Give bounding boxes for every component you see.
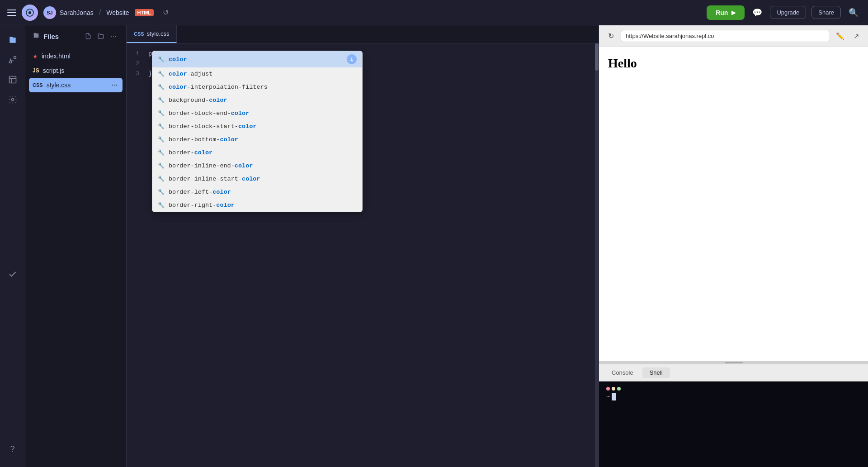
tab-style-css[interactable]: CSS style.css [127, 25, 177, 43]
user-info[interactable]: SJ SarahJonas [43, 6, 94, 19]
autocomplete-item-background-color[interactable]: 🔧 background-color [152, 94, 362, 107]
avatar: SJ [43, 6, 56, 19]
file-panel-header: Files ⋯ [25, 25, 126, 47]
file-name: script.js [43, 67, 106, 74]
autocomplete-item-color[interactable]: 🔧 color i [152, 51, 362, 67]
autocomplete-item-border-color[interactable]: 🔧 border-color [152, 146, 362, 159]
sidebar-item-help[interactable]: ? [4, 440, 22, 458]
file-panel-actions: ⋯ [83, 31, 119, 42]
autocomplete-item-border-block-start-color[interactable]: 🔧 border-block-start-color [152, 120, 362, 133]
autocomplete-text: border-block-end-color [169, 110, 249, 117]
edit-preview-button[interactable]: ✏️ [834, 30, 846, 43]
console-tab-label: Console [612, 369, 633, 376]
tab-console[interactable]: Console [604, 367, 641, 378]
svg-point-5 [11, 99, 14, 101]
autocomplete-text: border-color [169, 149, 212, 156]
autocomplete-item-color-interpolation[interactable]: 🔧 color-interpolation-filters [152, 81, 362, 94]
tab-label: style.css [147, 30, 170, 37]
autocomplete-item-border-left-color[interactable]: 🔧 border-left-color [152, 186, 362, 199]
html-badge: HTML [135, 9, 154, 16]
editor-area: CSS style.css 1 2 3 p{ color } [127, 25, 599, 467]
preview-topbar: ↻ ✏️ ↗ [599, 25, 868, 47]
main-layout: ? Files ⋯ ★ index.html ⋯ [0, 25, 868, 467]
autocomplete-text: border-inline-start-color [169, 176, 260, 182]
sidebar-item-check[interactable] [4, 265, 22, 283]
property-icon: 🔧 [158, 97, 165, 104]
autocomplete-text: color [169, 56, 187, 63]
property-icon: 🔧 [158, 149, 165, 156]
new-folder-button[interactable] [95, 31, 106, 42]
topbar: SJ SarahJonas / Website HTML ↺ Run ▶ 💬 U… [0, 0, 868, 25]
breadcrumb-slash: / [99, 9, 101, 17]
preview-content: Hello [599, 47, 868, 361]
svg-point-0 [28, 11, 31, 14]
sidebar-item-settings[interactable] [4, 91, 22, 109]
info-icon[interactable]: i [347, 54, 357, 64]
sidebar-item-files[interactable] [4, 31, 22, 49]
open-in-new-tab-button[interactable]: ↗ [850, 30, 863, 43]
css-tab-icon: CSS [134, 31, 144, 37]
property-icon: 🔧 [158, 136, 165, 143]
property-icon: 🔧 [158, 202, 165, 209]
js-icon: JS [33, 67, 39, 74]
file-item-script-js[interactable]: JS script.js ⋯ [29, 63, 123, 78]
file-more-options[interactable]: ⋯ [108, 31, 119, 42]
svg-point-2 [14, 57, 16, 59]
tab-shell[interactable]: Shell [642, 367, 670, 378]
line-number: 1 [132, 49, 139, 59]
file-context-menu[interactable]: ⋯ [110, 81, 119, 90]
autocomplete-text: border-bottom-color [169, 136, 238, 143]
username: SarahJonas [60, 9, 94, 16]
autocomplete-text: border-block-start-color [169, 123, 256, 130]
search-icon[interactable]: 🔍 [846, 5, 861, 20]
project-name: Website [106, 9, 129, 16]
console-panel: Console Shell ~ [599, 364, 868, 467]
new-file-button[interactable] [83, 31, 94, 42]
upgrade-button[interactable]: Upgrade [770, 6, 806, 19]
property-icon: 🔧 [158, 110, 165, 117]
line-number: 3 [132, 69, 139, 79]
sidebar-item-packages[interactable] [4, 71, 22, 89]
autocomplete-item-border-right-color[interactable]: 🔧 border-right-color [152, 199, 362, 212]
prompt-char: ~ [606, 393, 610, 400]
editor-tabs: CSS style.css [127, 25, 599, 43]
editor-scrollbar[interactable] [595, 43, 599, 467]
url-bar[interactable] [621, 30, 830, 42]
file-item-index-html[interactable]: ★ index.html ⋯ [29, 49, 123, 63]
css-icon: CSS [33, 82, 43, 88]
run-label: Run [716, 9, 728, 16]
refresh-button[interactable]: ↻ [604, 30, 617, 43]
file-name: style.css [47, 81, 106, 89]
scrollbar-thumb[interactable] [595, 43, 599, 71]
file-name: index.html [42, 52, 106, 60]
console-tabs: Console Shell [599, 364, 868, 381]
autocomplete-item-border-bottom-color[interactable]: 🔧 border-bottom-color [152, 133, 362, 146]
shell-cursor [612, 393, 616, 400]
autocomplete-text: background-color [169, 97, 227, 104]
run-button[interactable]: Run ▶ [707, 5, 745, 20]
autocomplete-item-color-adjust[interactable]: 🔧 color-adjust [152, 67, 362, 81]
autocomplete-item-border-block-end-color[interactable]: 🔧 border-block-end-color [152, 107, 362, 120]
topbar-actions: 💬 Upgrade Share 🔍 [750, 5, 861, 20]
svg-point-1 [9, 61, 11, 63]
property-icon: 🔧 [158, 56, 165, 63]
file-item-style-css[interactable]: CSS style.css ⋯ [29, 78, 123, 92]
play-icon: ▶ [731, 10, 736, 16]
shell-tab-label: Shell [650, 369, 663, 376]
console-content[interactable]: ~ [599, 381, 868, 467]
autocomplete-item-border-inline-end-color[interactable]: 🔧 border-inline-end-color [152, 159, 362, 172]
property-icon: 🔧 [158, 71, 165, 77]
autocomplete-item-border-inline-start-color[interactable]: 🔧 border-inline-start-color [152, 172, 362, 186]
file-list: ★ index.html ⋯ JS script.js ⋯ CSS style.… [25, 47, 126, 94]
undo-button[interactable]: ↺ [159, 6, 172, 19]
property-icon: 🔧 [158, 176, 165, 182]
file-panel-title: Files [43, 33, 79, 40]
preview-area: ↻ ✏️ ↗ Hello Console [599, 25, 868, 467]
chat-icon[interactable]: 💬 [750, 5, 764, 20]
file-panel-icon [33, 32, 40, 41]
sidebar-item-git[interactable] [4, 51, 22, 69]
share-label: Share [818, 9, 834, 16]
share-button[interactable]: Share [811, 6, 841, 19]
hamburger-menu[interactable] [7, 8, 16, 17]
html-icon: ★ [33, 53, 38, 60]
